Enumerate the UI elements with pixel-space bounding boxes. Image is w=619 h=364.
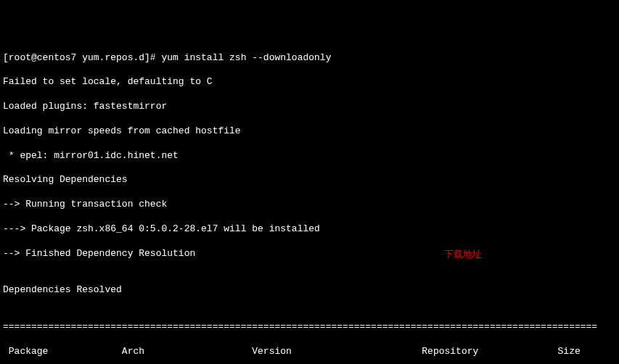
epel-mirror: * epel: mirror01.idc.hinet.net [3,150,616,162]
locale-warning: Failed to set locale, defaulting to C [3,76,616,88]
table-header: Package Arch Version Repository Size [3,346,616,358]
finished-resolution: --> Finished Dependency Resolution [3,248,616,260]
plugins-line: Loaded plugins: fastestmirror [3,101,616,113]
table-rule-top: ========================================… [3,321,616,334]
resolving-deps: Resolving Dependencies [3,174,616,186]
deps-resolved-header: Dependencies Resolved [3,284,616,297]
package-install-line: ---> Package zsh.x86_64 0:5.0.2-28.el7 w… [3,223,616,236]
transaction-check: --> Running transaction check [3,199,616,211]
prompt-line-yum-install: [root@centos7 yum.repos.d]# yum install … [3,52,616,65]
mirror-loading: Loading mirror speeds from cached hostfi… [3,125,616,138]
annotation-download-address: 下载地址 [444,249,482,261]
